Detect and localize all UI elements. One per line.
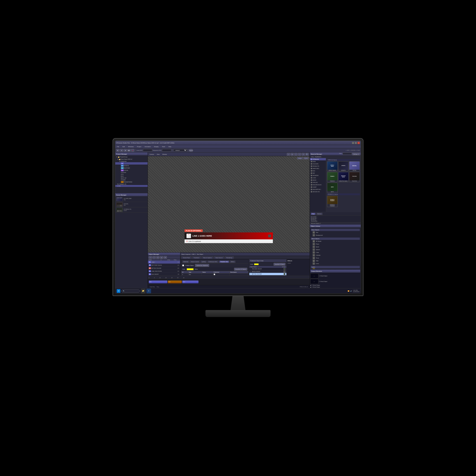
vp-tool-4[interactable]: ↕ <box>298 153 301 156</box>
sports-item[interactable]: SP SPORTS <box>115 165 148 167</box>
vp-tool-2[interactable]: ⊕ <box>290 153 294 156</box>
mesh-objects-header[interactable]: Mesh Objects <box>311 238 360 240</box>
obj-slab[interactable]: ▬ Slab <box>311 259 360 262</box>
tab-lighting[interactable]: Lighting <box>200 261 207 263</box>
settings-btn[interactable]: Settings ▼ <box>352 153 360 155</box>
mat-item-sports[interactable]: SPORTS SPORTS <box>338 161 349 171</box>
menu-project[interactable]: Project <box>136 146 142 148</box>
obj-add-btn[interactable]: + <box>149 256 152 259</box>
obj-3dmodel[interactable]: ◈ 3D Model <box>311 240 360 243</box>
pub-unpublish-all-btn[interactable]: Unpublish All Objects <box>273 263 285 266</box>
obj-move-up-btn[interactable]: ▲ <box>160 256 163 259</box>
obj-dup-btn[interactable]: ⎘ <box>156 256 159 259</box>
vp-tool-6[interactable]: 🔍 <box>306 153 309 156</box>
obj-text[interactable]: A Text <box>311 231 360 234</box>
tab-template-links[interactable]: Template Links <box>219 261 229 263</box>
mat-item-maps[interactable]: MAPS MAPS <box>327 183 338 193</box>
tab-texture-coords[interactable]: Texture Coords <box>190 261 200 263</box>
menu-help[interactable]: Help <box>168 146 172 148</box>
menu-windows[interactable]: Windows <box>127 146 134 148</box>
link-row-0[interactable]: 0 Text <box>182 273 248 276</box>
obj-row-line2[interactable]: Ab LINE 2 100 <box>148 261 180 264</box>
level-input[interactable] <box>143 149 152 152</box>
pub-check-1[interactable]: ✓ <box>284 268 285 270</box>
lights-header[interactable]: Lights <box>311 266 360 268</box>
vp-tool-5[interactable]: ↺ <box>302 153 305 156</box>
default-select[interactable]: <default> <box>173 149 187 152</box>
mat-cat-all[interactable]: All Materials <box>310 158 326 160</box>
menu-display[interactable]: Display <box>153 146 159 148</box>
scene-item-3[interactable]: SINGLE 13 SINGLE OL 10000 <box>115 207 148 213</box>
record-button[interactable]: ● <box>131 149 134 152</box>
scene-item-1[interactable]: TOPIC BAR 13 TOPIC BAR 799 <box>115 197 148 202</box>
mat-cat-ref[interactable]: REF <box>310 172 326 174</box>
mat-item-worldnews[interactable]: WORLDNEWS WORLD NEWS <box>327 161 338 171</box>
menu-tools[interactable]: Tools <box>161 146 166 148</box>
mat-cat-bug[interactable]: BUG <box>310 170 326 172</box>
obj-cube[interactable]: ⬡ Cube <box>311 251 360 254</box>
sequence-input[interactable] <box>162 149 171 152</box>
obj-lines[interactable]: ╱ Lines <box>311 262 360 265</box>
color-picker[interactable] <box>187 268 194 270</box>
zoom-fit-btn[interactable]: To Fit <box>303 157 309 159</box>
obj-row-line2bg[interactable]: Ab LINE 2 BG DYN BG 200 <box>148 270 180 273</box>
tab-transform[interactable]: Transform <box>192 256 201 259</box>
obj-sphere[interactable]: ○ Sphere <box>311 248 360 251</box>
vp-tool-1[interactable]: ⤢ <box>287 153 290 156</box>
mat-cat-products[interactable]: PRODUCTS <box>310 165 326 167</box>
tab-data-source[interactable]: Data Source <box>214 256 224 259</box>
explore-button[interactable]: Explore <box>189 149 193 152</box>
pub-check-2[interactable] <box>284 271 285 272</box>
pub-check-3[interactable]: ✓ <box>284 273 285 275</box>
obj-row-botbg[interactable]: Ab BOT BG COLOUR 200 <box>148 267 180 270</box>
mat-cat-infogr[interactable]: INFOGR STK <box>310 191 326 193</box>
stop-button[interactable]: ■ <box>120 149 123 152</box>
pub-row-3[interactable]: 3 BOT BG COLOUR ✓ <box>249 273 286 275</box>
mat-cat-descriptive[interactable]: DESCRIPTIVE I <box>310 188 326 191</box>
social-item[interactable]: SO SOCIAL <box>115 169 148 171</box>
tab-materials[interactable]: Materials <box>182 261 189 263</box>
mat-cat-sponsor[interactable]: SPONSOR <box>310 174 326 177</box>
fm-tab-material[interactable]: Material <box>316 213 323 215</box>
obj-plane[interactable]: ▱ Plane <box>311 243 360 245</box>
tab-rendering[interactable]: Rendering <box>225 256 234 259</box>
pub-row-2[interactable]: 2 IMAGE ON/OFF <box>249 270 286 273</box>
mat-item-phonics[interactable]: PHONICSPREMIER PHONICS PREMIER <box>327 196 338 207</box>
unpublish-all-btn[interactable]: Unpublish All Objects <box>234 268 247 271</box>
menu-edit[interactable]: Edit <box>122 146 125 148</box>
mat-item-finance[interactable]: FINANCE FINANCE <box>327 172 338 182</box>
obj-quad[interactable]: ▪ Quad <box>311 245 360 248</box>
prev-button[interactable]: ◀ <box>124 149 127 152</box>
vp-tool-3[interactable]: ↔ <box>294 153 298 156</box>
mat-cat-logo[interactable]: LOGO <box>310 177 326 179</box>
ticker-item[interactable]: TICKER <box>115 179 148 181</box>
tab-effects[interactable]: Effects <box>230 261 236 263</box>
bug-item[interactable]: BUG <box>115 175 148 177</box>
taskbar-file-explorer[interactable]: 📁 <box>141 289 146 293</box>
taskbar-app-2[interactable]: X <box>146 289 151 293</box>
obj-move-dn-btn[interactable]: ▼ <box>164 256 167 259</box>
pub-color-picker[interactable] <box>254 263 259 265</box>
viewport[interactable]: FLAG IS OPTIONAL R LINE 1 GOES HERE <box>148 156 310 252</box>
mat-cat-base[interactable]: BASE <box>310 160 326 163</box>
menu-file[interactable]: File <box>116 146 120 148</box>
tab-continuous-anim[interactable]: Continuous Anim. <box>207 261 219 263</box>
play-button[interactable]: ▶ <box>116 149 119 152</box>
close-button[interactable]: ✕ <box>357 142 360 144</box>
obj-row-bugonoff[interactable]: Ab BUG ON/OFF EN <box>148 273 180 276</box>
mat-cat-colours[interactable]: COLOURS <box>310 163 326 165</box>
project-name-item[interactable]: ▼ 📁 Ross News 2024 v2 <box>115 158 148 160</box>
categories-item[interactable]: ▼ Categories <box>115 160 148 162</box>
project-group-item[interactable]: ▼ 📁 ProjectGroup <box>115 156 148 158</box>
pub-row-1[interactable]: 1 PREVIEW ON/OFF ✓ <box>249 268 286 270</box>
next-up-item[interactable]: NEXT UP <box>115 177 148 179</box>
update-run-btn[interactable]: Update Run Sequence <box>195 264 209 267</box>
mat-item-social[interactable]: SOCIAL SOCIAL <box>349 161 360 171</box>
obj-background[interactable]: ▭ Background <box>311 234 360 237</box>
mat-cat-building[interactable]: BUILDING BLOC <box>310 184 326 186</box>
transitions-item[interactable]: T TRANSITIONS <box>115 181 148 183</box>
ps-item[interactable]: PS <box>115 162 148 165</box>
obj-del-btn[interactable]: − <box>153 256 156 259</box>
vp-camera-btn[interactable]: Camera <box>149 153 155 155</box>
mat-cat-circles[interactable]: CIRCLES <box>310 181 326 184</box>
